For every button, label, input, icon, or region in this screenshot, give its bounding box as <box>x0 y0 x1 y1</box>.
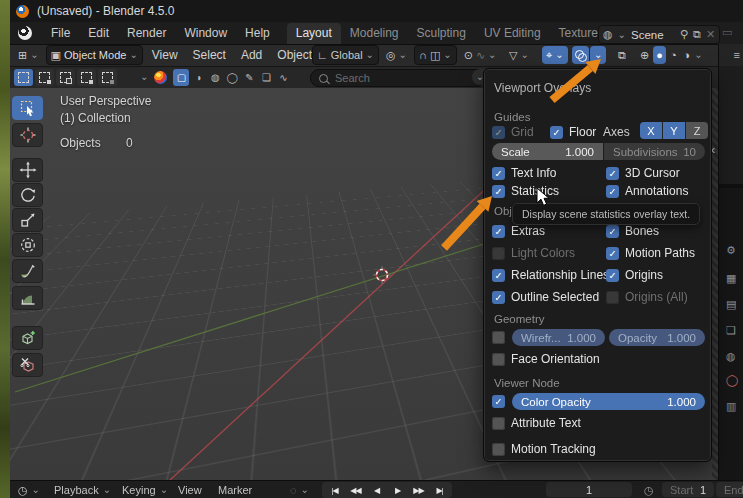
play-button[interactable]: ▶ <box>387 483 408 498</box>
tool-transform[interactable] <box>12 233 43 257</box>
menu-select[interactable]: Select <box>187 48 232 62</box>
frame-end-field[interactable]: End 250 <box>716 482 743 497</box>
tab-world-icon[interactable]: ◯ <box>726 374 738 387</box>
menu-window[interactable]: Window <box>175 24 236 42</box>
tool-annotate[interactable] <box>12 259 43 283</box>
blender-menu-logo-icon[interactable] <box>18 26 32 40</box>
show-overlays-button[interactable] <box>572 46 589 64</box>
editor-type-button[interactable]: ⊞ ⌄ <box>14 46 43 64</box>
subdivisions-slider[interactable]: Subdivisions 10 <box>604 143 705 160</box>
show-gizmo-button[interactable]: ⌖ ⌄ <box>542 46 568 64</box>
tool-scale[interactable] <box>12 208 43 232</box>
checkbox-box[interactable] <box>606 225 619 238</box>
menu-help[interactable]: Help <box>236 24 279 42</box>
tab-tool-icon[interactable]: ⚙ <box>726 244 736 257</box>
timeline-menu-view[interactable]: View <box>178 482 202 498</box>
scale-slider[interactable]: Scale 1.000 <box>492 143 603 160</box>
checkbox-box[interactable] <box>492 269 505 282</box>
scene-name[interactable]: Scene <box>631 29 675 41</box>
close-icon[interactable]: ✕ <box>706 29 715 40</box>
menu-edit[interactable]: Edit <box>79 24 118 42</box>
tab-collection-icon[interactable]: ▥ <box>726 400 736 413</box>
checkbox-box[interactable] <box>492 417 505 430</box>
checkbox-box[interactable] <box>492 126 505 139</box>
tool-add-cube[interactable] <box>12 326 43 350</box>
checkbox-box[interactable] <box>606 185 619 198</box>
checkbox-text-info[interactable]: Text Info <box>492 165 556 181</box>
next-keyframe-button[interactable]: ▶▶ <box>408 483 429 498</box>
tab-output-icon[interactable]: ▤ <box>726 298 736 311</box>
checkbox-wireframe[interactable] <box>492 329 505 345</box>
checkbox-box[interactable] <box>492 443 505 456</box>
snap-button[interactable]: ∩ ◫ ⌄ <box>414 45 457 65</box>
shading-rendered-button[interactable]: ◑ <box>681 46 694 64</box>
checkbox-extras[interactable]: Extras <box>492 223 545 239</box>
select-mode-extend[interactable] <box>35 69 54 86</box>
tool-select-box[interactable] <box>12 96 43 120</box>
checkbox-box[interactable] <box>492 225 505 238</box>
transform-orientation-selector[interactable]: ∟ Global ⌄ <box>312 45 379 65</box>
checkbox-annotations[interactable]: Annotations <box>606 183 688 199</box>
color-opacity-slider[interactable]: Color Opacity 1.000 <box>512 393 705 410</box>
frame-start-field[interactable]: Start 1 <box>662 482 714 497</box>
axis-z-toggle[interactable]: Z <box>686 122 708 139</box>
menu-file[interactable]: File <box>42 24 79 42</box>
auto-keying-button[interactable]: ◌ ⌄ <box>290 482 309 498</box>
checkbox-motion-tracking[interactable]: Motion Tracking <box>492 441 596 457</box>
filter-shading-icon[interactable]: ◑ <box>190 69 206 86</box>
axis-y-toggle[interactable]: Y <box>663 122 685 139</box>
tab-viewlayer-icon[interactable]: ❏ <box>726 324 736 337</box>
checkbox-grid[interactable]: Grid <box>492 124 534 140</box>
checkbox-box[interactable] <box>606 269 619 282</box>
select-mode-set[interactable] <box>14 69 33 86</box>
scene-selector[interactable]: ◍ ⌄ Scene ⚲ ⧉ ✕ <box>598 25 720 44</box>
checkbox-box[interactable] <box>492 185 505 198</box>
checkbox-box[interactable] <box>492 247 505 260</box>
checkbox-box[interactable] <box>492 291 505 304</box>
tool-cursor[interactable] <box>12 123 43 147</box>
filter-material-icon[interactable]: ◍ <box>207 69 223 86</box>
checkbox-floor[interactable]: Floor <box>550 124 596 140</box>
checkbox-box[interactable] <box>492 353 505 366</box>
search-box[interactable] <box>310 69 486 87</box>
timeline-menu-keying[interactable]: Keying ⌄ <box>122 482 168 498</box>
checkbox-box[interactable] <box>606 291 619 304</box>
stopwatch-icon[interactable]: ◷ <box>644 482 654 498</box>
chevron-down-icon[interactable]: ⌄ <box>694 50 702 60</box>
filter-tool-icon[interactable]: ✎ <box>241 69 257 86</box>
checkbox-face-orientation[interactable]: Face Orientation <box>492 351 600 367</box>
chevron-down-icon[interactable]: ⌄ <box>140 72 148 82</box>
checkbox-box[interactable] <box>606 167 619 180</box>
tab-sculpting[interactable]: Sculpting <box>408 23 475 44</box>
outliner-hierarchy-icon[interactable]: ≡ <box>734 50 740 61</box>
axis-x-toggle[interactable]: X <box>640 122 662 139</box>
proportional-editing-button[interactable]: ⊙ ∿ ⌄ <box>460 46 501 64</box>
play-reverse-button[interactable]: ◀ <box>366 483 387 498</box>
menu-view[interactable]: View <box>146 48 184 62</box>
tool-duplicate[interactable] <box>12 353 43 377</box>
checkbox-box[interactable] <box>492 395 505 408</box>
outliner-body[interactable] <box>719 66 743 184</box>
tab-modeling[interactable]: Modeling <box>341 23 408 44</box>
filter-object-icon[interactable]: ▢ <box>173 69 189 86</box>
mode-selector[interactable]: ▣ Object Mode ⌄ <box>46 45 143 65</box>
chevron-down-icon[interactable]: ⌄ <box>618 30 626 40</box>
checkbox-box[interactable] <box>550 126 563 139</box>
checkbox-color-opacity[interactable] <box>492 393 505 409</box>
tool-rotate[interactable] <box>12 183 43 207</box>
menu-render[interactable]: Render <box>118 24 175 42</box>
tool-move[interactable] <box>12 158 43 182</box>
select-mode-subtract[interactable] <box>56 69 75 86</box>
tool-measure[interactable] <box>12 286 43 310</box>
timeline-menu-marker[interactable]: Marker <box>218 482 252 498</box>
checkbox-box[interactable] <box>606 247 619 260</box>
checkbox-box[interactable] <box>492 331 505 344</box>
search-input[interactable] <box>333 71 447 85</box>
select-mode-invert[interactable] <box>77 69 96 86</box>
checkbox-motion-paths[interactable]: Motion Paths <box>606 245 695 261</box>
checkbox-box[interactable] <box>492 167 505 180</box>
menu-object[interactable]: Object <box>271 48 318 62</box>
tab-scene-icon[interactable]: ◍ <box>726 350 736 363</box>
select-mode-intersect[interactable] <box>98 69 117 86</box>
new-scene-icon[interactable]: ⧉ <box>693 29 701 40</box>
